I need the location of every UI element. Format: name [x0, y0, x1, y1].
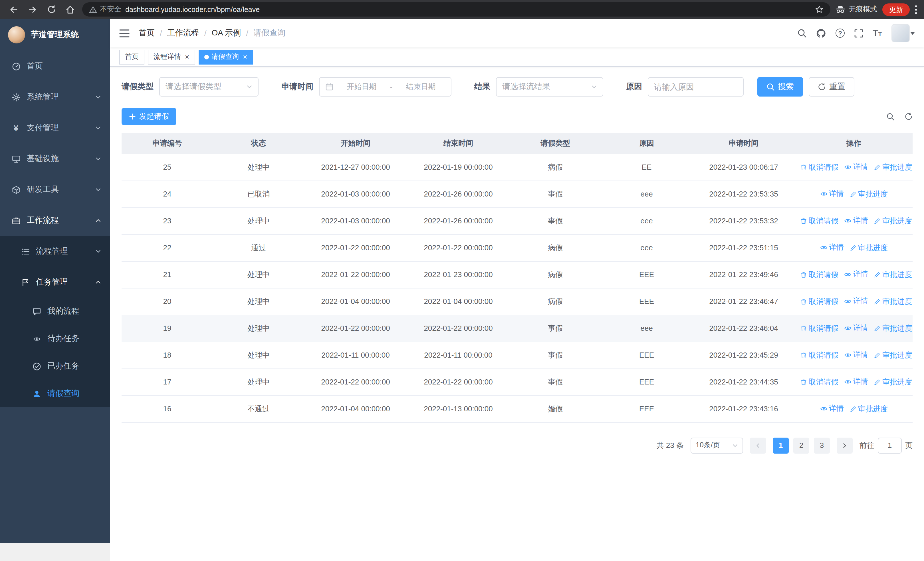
- detail-link[interactable]: 详情: [820, 404, 844, 414]
- github-icon[interactable]: [816, 28, 826, 38]
- toggle-search-icon[interactable]: [886, 113, 894, 120]
- reset-button[interactable]: 重置: [809, 77, 854, 96]
- cell-apply: 2022-01-23 00:06:17: [692, 154, 795, 180]
- trash-icon: [800, 352, 807, 359]
- detail-link[interactable]: 详情: [820, 242, 844, 253]
- approval-progress-link[interactable]: 审批进度: [874, 296, 912, 307]
- cancel-leave-link[interactable]: 取消请假: [800, 216, 838, 226]
- detail-link[interactable]: 详情: [844, 350, 868, 360]
- chevron-down-icon: [591, 84, 597, 90]
- back-button[interactable]: [7, 3, 21, 16]
- cell-start: 2022-01-04 00:00:00: [304, 288, 407, 315]
- cell-type: 病假: [510, 234, 601, 261]
- breadcrumb-item[interactable]: 工作流程: [167, 28, 199, 38]
- breadcrumb-item[interactable]: OA 示例: [212, 28, 241, 38]
- sidebar-item[interactable]: 基础设施: [0, 143, 110, 174]
- cancel-leave-link[interactable]: 取消请假: [800, 323, 838, 334]
- approval-progress-link[interactable]: 审批进度: [874, 162, 912, 173]
- detail-link[interactable]: 详情: [844, 323, 868, 333]
- cancel-leave-link[interactable]: 取消请假: [800, 350, 838, 361]
- reason-input[interactable]: [648, 77, 744, 96]
- filter-buttons: 搜索 重置: [758, 77, 854, 96]
- help-icon[interactable]: ?: [836, 29, 844, 38]
- approval-progress-link[interactable]: 审批进度: [849, 189, 888, 199]
- action-label: 详情: [853, 216, 868, 226]
- detail-link[interactable]: 详情: [844, 216, 868, 226]
- cancel-leave-link[interactable]: 取消请假: [800, 296, 838, 307]
- breadcrumb-item[interactable]: 首页: [139, 28, 154, 38]
- detail-link[interactable]: 详情: [820, 189, 844, 199]
- close-icon[interactable]: ×: [185, 53, 189, 60]
- detail-link[interactable]: 详情: [844, 162, 868, 172]
- home-button[interactable]: [63, 3, 77, 16]
- next-page-button[interactable]: [837, 437, 853, 453]
- prev-page-button[interactable]: [750, 437, 766, 453]
- user-menu[interactable]: [891, 24, 915, 42]
- navbar-actions: ? TT: [797, 24, 915, 42]
- tab-1[interactable]: 流程详情×: [148, 50, 195, 64]
- tab-2[interactable]: 请假查询×: [198, 50, 253, 64]
- detail-link[interactable]: 详情: [844, 269, 868, 280]
- cell-status: 处理中: [213, 368, 304, 396]
- page-button-1[interactable]: 1: [773, 437, 789, 453]
- sidebar-item[interactable]: 首页: [0, 51, 110, 82]
- page-button-2[interactable]: 2: [793, 437, 809, 453]
- cancel-leave-link[interactable]: 取消请假: [800, 270, 838, 280]
- chevron-down-icon: [95, 187, 101, 193]
- cell-type: 病假: [510, 288, 601, 315]
- sidebar-item[interactable]: 系统管理: [0, 82, 110, 113]
- cell-type: 事假: [510, 368, 601, 396]
- update-button[interactable]: 更新: [882, 3, 910, 16]
- sidebar-item[interactable]: 流程管理: [0, 236, 110, 267]
- forward-button[interactable]: [26, 3, 39, 16]
- tab-0[interactable]: 首页: [119, 50, 144, 64]
- bookmark-star-icon[interactable]: [815, 5, 824, 14]
- detail-link[interactable]: 详情: [844, 377, 868, 387]
- sidebar-item[interactable]: 我的流程: [0, 298, 110, 325]
- reload-button[interactable]: [45, 3, 58, 16]
- approval-progress-link[interactable]: 审批进度: [874, 323, 912, 334]
- sidebar-collapse-button[interactable]: [119, 29, 129, 38]
- cell-end: 2022-01-11 00:00:00: [407, 341, 510, 368]
- sidebar-item[interactable]: 任务管理: [0, 267, 110, 298]
- close-icon[interactable]: ×: [243, 53, 247, 60]
- sidebar-item[interactable]: 研发工具: [0, 174, 110, 205]
- search-button[interactable]: 搜索: [758, 77, 803, 96]
- approval-progress-link[interactable]: 审批进度: [849, 243, 888, 253]
- reload-icon: [47, 5, 56, 14]
- leave-type-select[interactable]: 请选择请假类型: [159, 77, 258, 96]
- action-label: 取消请假: [809, 350, 838, 361]
- address-bar[interactable]: 不安全 dashboard.yudao.iocoder.cn/bpm/oa/le…: [82, 2, 830, 17]
- cancel-leave-link[interactable]: 取消请假: [800, 377, 838, 387]
- trash-icon: [800, 379, 807, 386]
- fullscreen-icon[interactable]: [854, 29, 863, 38]
- search-icon[interactable]: [797, 29, 806, 38]
- table-header-row: 申请编号状态开始时间结束时间请假类型原因申请时间操作: [122, 133, 913, 154]
- approval-progress-link[interactable]: 审批进度: [874, 377, 912, 387]
- security-status[interactable]: 不安全: [89, 5, 121, 14]
- page-button-3[interactable]: 3: [814, 437, 830, 453]
- sidebar-item[interactable]: ¥支付管理: [0, 113, 110, 143]
- leave-table: 申请编号状态开始时间结束时间请假类型原因申请时间操作 25处理中2021-12-…: [122, 133, 913, 423]
- goto-page-input[interactable]: [878, 437, 902, 453]
- cell-status: 处理中: [213, 288, 304, 315]
- sidebar-item[interactable]: 已办任务: [0, 352, 110, 380]
- page-size-select[interactable]: 10条/页: [691, 437, 743, 453]
- column-header: 申请时间: [692, 133, 795, 154]
- approval-progress-link[interactable]: 审批进度: [874, 270, 912, 280]
- sidebar-item[interactable]: 请假查询: [0, 380, 110, 407]
- date-range-picker[interactable]: 开始日期 - 结束日期: [319, 77, 452, 96]
- app-logo[interactable]: 芋道管理系统: [0, 19, 110, 51]
- create-leave-button[interactable]: 发起请假: [122, 108, 176, 125]
- sidebar-item[interactable]: 待办任务: [0, 325, 110, 352]
- approval-progress-link[interactable]: 审批进度: [874, 216, 912, 226]
- cancel-leave-link[interactable]: 取消请假: [800, 162, 838, 173]
- detail-link[interactable]: 详情: [844, 296, 868, 307]
- browser-menu-button[interactable]: [915, 5, 917, 14]
- result-select[interactable]: 请选择流结果: [496, 77, 603, 96]
- approval-progress-link[interactable]: 审批进度: [874, 350, 912, 361]
- refresh-table-icon[interactable]: [904, 113, 913, 120]
- approval-progress-link[interactable]: 审批进度: [849, 404, 888, 414]
- font-size-icon[interactable]: TT: [873, 29, 882, 38]
- sidebar-item[interactable]: 工作流程: [0, 205, 110, 236]
